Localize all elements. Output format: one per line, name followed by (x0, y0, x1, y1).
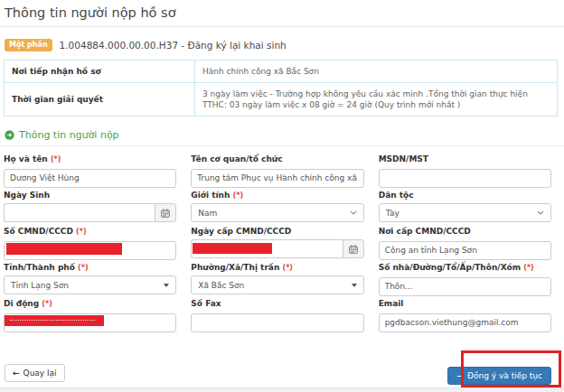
calendar-icon[interactable] (343, 239, 364, 258)
required-marker: (*) (282, 264, 293, 272)
caret-down-icon (352, 284, 357, 287)
field-email: Email (379, 299, 551, 331)
fax-input[interactable] (191, 313, 363, 332)
page-footer-strip (0, 387, 564, 392)
field-label: Ngày Sinh (4, 191, 50, 200)
required-marker: (*) (76, 228, 87, 236)
info-label: Thời gian giải quyết (5, 83, 195, 117)
field-street-address: Số nhà/Đường/Tổ/Ấp/Thôn/Xóm (*) (379, 263, 551, 294)
left-arrow-icon: ← (13, 369, 20, 378)
field-label: Dân tộc (379, 191, 414, 200)
title-divider (0, 26, 564, 27)
field-fax: Số Fax (191, 299, 363, 331)
procedure-row: Một phần 1.004884.000.00.00.H37 - Đăng k… (5, 39, 564, 51)
submitter-info-page: Thông tin người nộp hồ sơ Một phần 1.004… (0, 0, 564, 392)
ward-select[interactable]: Xã Bắc Sơn (191, 275, 363, 294)
submitter-form: Họ và tên (*) Tên cơ quan/tổ chức MSDN/M… (4, 154, 551, 331)
required-marker: (*) (78, 264, 89, 272)
field-label: Họ và tên (4, 154, 48, 163)
info-value: Hành chính công xã Bắc Sơn (195, 61, 558, 83)
field-organization: Tên cơ quan/tổ chức (191, 154, 363, 186)
street-address-input[interactable] (379, 277, 551, 296)
field-msdn-mst: MSDN/MST (379, 154, 551, 186)
status-badge: Một phần (5, 39, 52, 51)
email-input[interactable] (379, 313, 551, 332)
birth-date-input[interactable] (4, 203, 155, 222)
section-title: Thông tin người nộp (19, 129, 119, 141)
ethnicity-select[interactable]: Tày (379, 203, 551, 222)
field-label: Số Fax (191, 299, 221, 308)
continue-button[interactable]: → Đồng ý và tiếp tục (447, 367, 551, 385)
gender-select[interactable]: Nam (191, 203, 363, 222)
id-issue-place-input[interactable] (379, 241, 551, 260)
field-label: MSDN/MST (379, 154, 428, 163)
caret-down-icon (164, 284, 169, 287)
field-label: Nơi cấp CMND/CCCD (379, 227, 471, 236)
right-arrow-icon: → (456, 372, 464, 380)
chevron-down-icon (537, 210, 544, 215)
required-marker: (*) (51, 155, 61, 163)
field-label: Số CMND/CCCD (4, 227, 73, 236)
field-label: Số nhà/Đường/Tổ/Ấp/Thôn/Xóm (379, 263, 521, 272)
field-ethnicity: Dân tộc Tày (379, 191, 551, 222)
redaction-overlay (6, 243, 122, 255)
selected-value: Nam (198, 209, 217, 218)
field-full-name: Họ và tên (*) (4, 154, 176, 186)
procedure-info-table: Nơi tiếp nhận hồ sơ Hành chính công xã B… (4, 60, 558, 117)
section-circle-arrow-icon (5, 130, 14, 140)
redaction-overlay (193, 243, 272, 254)
required-marker: (*) (42, 300, 52, 308)
table-row: Nơi tiếp nhận hồ sơ Hành chính công xã B… (5, 61, 558, 83)
section-divider (0, 145, 564, 146)
field-birth-date: Ngày Sinh (4, 191, 176, 222)
field-label: Di động (4, 299, 39, 308)
field-label: Phường/Xã/Thị trấn (191, 263, 279, 272)
calendar-icon[interactable] (155, 203, 176, 222)
redaction-overlay (5, 315, 104, 326)
table-row: Thời gian giải quyết 3 ngày làm việc - T… (5, 83, 558, 117)
page-title: Thông tin người nộp hồ sơ (0, 0, 564, 20)
selected-value: Tỉnh Lạng Sơn (11, 281, 69, 290)
chevron-down-icon (350, 210, 357, 215)
section-header: Thông tin người nộp (5, 129, 564, 141)
field-label: Tỉnh/Thành phố (4, 263, 75, 272)
field-id-issue-date: Ngày cấp CMND/CCCD (191, 227, 363, 258)
field-gender: Giới tính (*) Nam (191, 191, 363, 222)
province-select[interactable]: Tỉnh Lạng Sơn (4, 275, 176, 294)
full-name-input[interactable] (4, 169, 176, 188)
info-label: Nơi tiếp nhận hồ sơ (5, 61, 195, 83)
field-mobile: Di động (*) (4, 299, 176, 331)
field-label: Ngày cấp CMND/CCCD (191, 227, 291, 236)
selected-value: Xã Bắc Sơn (198, 281, 244, 290)
field-label: Email (379, 299, 404, 308)
field-province: Tỉnh/Thành phố (*) Tỉnh Lạng Sơn (4, 263, 176, 294)
required-marker: (*) (523, 264, 534, 272)
field-id-number: Số CMND/CCCD (*) (4, 227, 176, 258)
field-label: Tên cơ quan/tổ chức (191, 154, 282, 163)
procedure-name: 1.004884.000.00.00.H37 - Đăng ký lại kha… (60, 40, 287, 51)
action-bar: ← Quay lại → Đồng ý và tiếp tục (0, 362, 564, 385)
info-value: 3 ngày làm việc - Trường hợp không yêu c… (195, 83, 558, 117)
organization-input[interactable] (191, 169, 363, 188)
back-button[interactable]: ← Quay lại (5, 364, 65, 382)
field-ward: Phường/Xã/Thị trấn (*) Xã Bắc Sơn (191, 263, 363, 294)
selected-value: Tày (386, 209, 400, 218)
field-id-issue-place: Nơi cấp CMND/CCCD (379, 227, 551, 258)
field-label: Giới tính (191, 191, 230, 200)
required-marker: (*) (233, 191, 244, 200)
msdn-mst-input[interactable] (379, 169, 551, 188)
